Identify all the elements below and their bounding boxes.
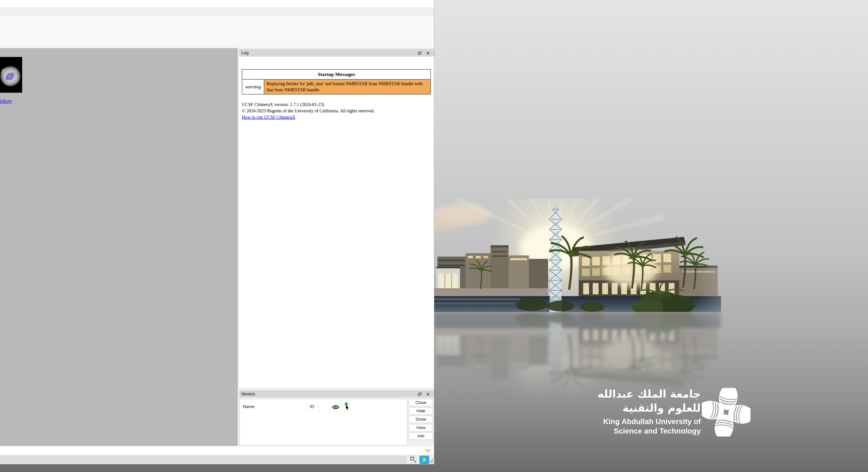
menu-bar — [0, 0, 434, 7]
column-id: ID — [310, 404, 314, 409]
models-hide-button[interactable]: Hide — [409, 407, 433, 415]
models-view-button[interactable]: View — [409, 424, 433, 431]
column-name: Name — [243, 404, 254, 409]
startup-messages-header: Startup Messages — [242, 70, 430, 80]
log-version-block: UCSF ChimeraX version: 1.7.1 (2024-01-23… — [242, 101, 375, 120]
models-action-buttons: Close Hide Show View Info — [408, 398, 434, 446]
models-info-button[interactable]: Info — [409, 433, 433, 440]
kaust-wordmark: جامعة الملك عبدالله للعلوم والتقنية King… — [574, 387, 701, 455]
models-panel-content: Name ID — [239, 398, 434, 446]
right-dock: Log Startup Messages warning Replacing f… — [239, 48, 434, 446]
window-resize-grip[interactable] — [429, 459, 433, 463]
cite-chimerax-link[interactable]: How to cite UCSF ChimeraX — [242, 115, 296, 120]
status-bar — [0, 455, 434, 464]
warning-level-cell: warning — [242, 80, 264, 94]
command-line-input[interactable] — [0, 446, 434, 455]
kaust-arabic-line1: جامعة الملك عبدالله — [574, 387, 701, 401]
models-table[interactable]: Name ID — [240, 399, 407, 445]
log-panel-content[interactable]: Startup Messages warning Replacing fetch… — [239, 57, 434, 387]
models-show-button[interactable]: Show — [409, 416, 433, 423]
shown-column-eye-icon[interactable] — [331, 404, 340, 410]
version-line: UCSF ChimeraX version: 1.7.1 (2024-01-23… — [242, 101, 375, 107]
toolbar-ribbon — [0, 16, 434, 48]
startup-messages-table: Startup Messages warning Replacing fetch… — [242, 69, 431, 94]
close-panel-icon[interactable] — [426, 51, 430, 56]
selection-resize-icon — [410, 456, 417, 464]
status-message-field — [0, 456, 407, 463]
kaust-arabic-line2: للعلوم والتقنية — [574, 401, 701, 415]
graphics-viewport[interactable]: rch.py — [0, 48, 238, 446]
models-table-header: Name ID — [240, 399, 407, 412]
copyright-line: © 2016-2023 Regents of the University of… — [242, 107, 375, 114]
log-panel-titlebar: Log — [239, 49, 434, 57]
chimerax-window: rch.py Log Startup Messages warning Repl… — [0, 0, 434, 464]
float-panel-icon[interactable] — [417, 392, 422, 397]
kaust-english-line1: King Abdullah University of — [574, 417, 701, 426]
models-panel-titlebar: Models — [239, 390, 434, 398]
warning-message-cell: Replacing fetcher for 'pdb_nmr' and form… — [264, 80, 430, 94]
log-panel-title: Log — [241, 51, 249, 55]
molecule-surface-image — [0, 57, 22, 93]
recent-file-link[interactable]: rch.py — [0, 98, 12, 104]
models-close-button[interactable]: Close — [409, 399, 433, 406]
chevron-down-icon[interactable] — [425, 449, 431, 452]
kaust-logo-icon — [702, 388, 750, 437]
selected-column-hand-icon[interactable] — [343, 402, 350, 410]
toolbar-band — [0, 7, 434, 16]
dock-splitter[interactable] — [239, 387, 434, 390]
campus-scene-graphic — [434, 199, 755, 312]
kaust-english-line2: Science and Technology — [574, 426, 701, 436]
float-panel-icon[interactable] — [417, 51, 422, 56]
selection-mode-button[interactable] — [409, 456, 418, 464]
lightning-bolt-icon — [421, 457, 427, 463]
rapid-command-button[interactable] — [420, 456, 429, 464]
close-panel-icon[interactable] — [426, 392, 430, 397]
log-warning-row: warning Replacing fetcher for 'pdb_nmr' … — [242, 80, 430, 94]
models-panel-title: Models — [241, 391, 255, 397]
recent-session-thumbnail[interactable] — [0, 57, 22, 93]
